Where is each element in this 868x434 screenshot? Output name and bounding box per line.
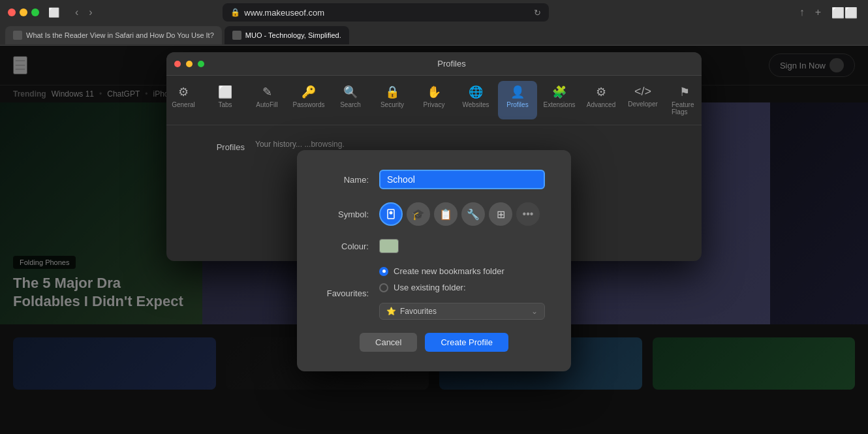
settings-nav-advanced-label: Advanced [587, 101, 615, 108]
folder-select-dropdown[interactable]: ⭐ Favourites ⌄ [379, 303, 545, 320]
radio-existing-label: Use existing folder: [394, 283, 466, 292]
tab-label-2: MUO - Technology, Simplified. [245, 31, 341, 39]
traffic-lights [8, 8, 39, 16]
tab-reader-view[interactable]: What Is the Reader View in Safari and Ho… [5, 26, 222, 44]
radio-use-existing[interactable]: Use existing folder: [379, 283, 545, 292]
settings-nav-autofill-label: AutoFill [256, 101, 277, 108]
browsing-text: ...browsing. [304, 140, 344, 149]
settings-nav: ⚙ General ⬜ Tabs ✎ AutoFill 🔑 Passwords … [166, 76, 702, 125]
tab-label-1: What Is the Reader View in Safari and Ho… [26, 31, 214, 39]
maximize-button[interactable] [31, 8, 39, 16]
name-row: Name: [323, 170, 545, 189]
reload-button[interactable]: ↻ [534, 8, 541, 18]
settings-maximize-button[interactable] [198, 61, 204, 67]
symbol-wrench-button[interactable]: 🔧 [461, 202, 485, 226]
radio-create-label: Create new bookmarks folder [394, 266, 504, 276]
settings-nav-profiles[interactable]: 👤 Profiles [498, 81, 537, 119]
settings-nav-featureflags-label: Feature Flags [672, 101, 698, 116]
settings-nav-security[interactable]: 🔒 Security [373, 81, 412, 119]
settings-nav-tabs-label: Tabs [218, 101, 232, 108]
settings-nav-featureflags[interactable]: ⚑ Feature Flags [665, 81, 702, 119]
settings-nav-websites-label: Websites [463, 101, 489, 108]
settings-minimize-button[interactable] [186, 61, 193, 67]
settings-nav-developer[interactable]: </> Developer [623, 81, 662, 119]
symbol-row: Symbol: 🎓 📋 🔧 ⊞ ••• [323, 202, 545, 226]
autofill-icon: ✎ [262, 85, 272, 99]
settings-nav-security-label: Security [380, 101, 404, 108]
bookmark-icon [386, 209, 396, 219]
radio-create-new[interactable]: Create new bookmarks folder [379, 266, 545, 276]
passwords-icon: 🔑 [302, 85, 316, 99]
radio-create-circle [379, 267, 388, 276]
folder-star-icon: ⭐ [386, 307, 396, 316]
svg-point-4 [390, 211, 393, 215]
symbol-graduation-button[interactable]: 🎓 [407, 202, 430, 226]
privacy-icon: ✋ [427, 85, 441, 99]
radio-existing-circle [379, 283, 388, 292]
profiles-sidebar-label: Profiles [193, 138, 245, 152]
create-profile-button[interactable]: Create Profile [425, 333, 508, 352]
sidebar-toggle-button[interactable]: ⬜ [44, 6, 63, 19]
settings-nav-privacy[interactable]: ✋ Privacy [414, 81, 454, 119]
settings-content-area: Your history... ...browsing. [255, 138, 345, 150]
name-label: Name: [323, 175, 369, 185]
colour-row: Colour: [323, 239, 545, 253]
tab-favicon-1 [13, 31, 22, 40]
settings-nav-extensions[interactable]: 🧩 Extensions [540, 81, 579, 119]
title-bar: ⬜ ‹ › 🔒 www.makeuseof.com ↻ ↑ + ⬜⬜ [0, 0, 868, 25]
settings-nav-passwords-label: Passwords [293, 101, 325, 108]
settings-nav-search[interactable]: 🔍 Search [331, 81, 370, 119]
favourites-row: Favourites: Create new bookmarks folder … [323, 266, 545, 320]
forward-button[interactable]: › [85, 5, 96, 20]
browser-chrome: ⬜ ‹ › 🔒 www.makeuseof.com ↻ ↑ + ⬜⬜ What … [0, 0, 868, 46]
url-text: www.makeuseof.com [244, 8, 324, 18]
settings-nav-passwords[interactable]: 🔑 Passwords [289, 81, 328, 119]
extensions-icon: 🧩 [552, 85, 566, 99]
settings-nav-tabs[interactable]: ⬜ Tabs [206, 81, 245, 119]
security-icon: 🔒 [385, 85, 399, 99]
tab-favicon-2 [232, 31, 241, 40]
back-button[interactable]: ‹ [71, 5, 82, 20]
tabs-icon: ⬜ [218, 85, 232, 99]
settings-overlay: Profiles ⚙ General ⬜ Tabs ✎ AutoFill 🔑 [0, 46, 868, 434]
chevron-down-icon: ⌄ [531, 307, 538, 316]
website-background: ☰ MUO MAKE USE OF Sign In Now Trending W… [0, 46, 868, 434]
favourites-label: Favourites: [323, 288, 369, 298]
settings-close-button[interactable] [174, 61, 181, 67]
settings-title: Profiles [209, 59, 694, 69]
settings-nav-advanced[interactable]: ⚙ Advanced [581, 81, 621, 119]
colour-swatch[interactable] [379, 239, 399, 253]
lock-icon: 🔒 [230, 8, 240, 17]
folder-select-text: Favourites [400, 307, 527, 316]
minimize-button[interactable] [20, 8, 27, 16]
share-button[interactable]: ↑ [797, 5, 807, 20]
settings-nav-general-label: General [172, 101, 195, 108]
settings-nav-websites[interactable]: 🌐 Websites [456, 81, 495, 119]
symbol-clipboard-button[interactable]: 📋 [434, 202, 457, 226]
advanced-icon: ⚙ [596, 85, 606, 99]
search-icon: 🔍 [343, 85, 358, 99]
new-tab-button[interactable]: + [813, 5, 824, 20]
tabs-bar: What Is the Reader View in Safari and Ho… [0, 25, 868, 46]
address-bar[interactable]: 🔒 www.makeuseof.com ↻ [223, 3, 549, 22]
symbol-table-button[interactable]: ⊞ [489, 202, 512, 226]
settings-nav-general[interactable]: ⚙ General [166, 81, 203, 119]
symbol-bookmark-button[interactable] [379, 202, 403, 226]
close-button[interactable] [8, 8, 16, 16]
settings-nav-profiles-label: Profiles [506, 101, 528, 108]
settings-nav-extensions-label: Extensions [544, 101, 576, 108]
cancel-button[interactable]: Cancel [360, 333, 417, 352]
profiles-icon: 👤 [510, 85, 525, 99]
settings-nav-autofill[interactable]: ✎ AutoFill [247, 81, 287, 119]
symbol-options: 🎓 📋 🔧 ⊞ ••• [379, 202, 545, 226]
profile-creation-dialog: Name: Symbol: 🎓 📋 🔧 ⊞ [297, 150, 571, 371]
tab-muo[interactable]: MUO - Technology, Simplified. [225, 26, 349, 44]
name-input[interactable] [379, 170, 545, 189]
websites-icon: 🌐 [469, 85, 483, 99]
settings-titlebar: Profiles [166, 52, 702, 76]
featureflags-icon: ⚑ [679, 85, 690, 99]
developer-icon: </> [634, 85, 651, 99]
symbol-more-button[interactable]: ••• [516, 202, 540, 226]
colour-label: Colour: [323, 241, 369, 251]
tab-overview-button[interactable]: ⬜⬜ [829, 5, 860, 20]
